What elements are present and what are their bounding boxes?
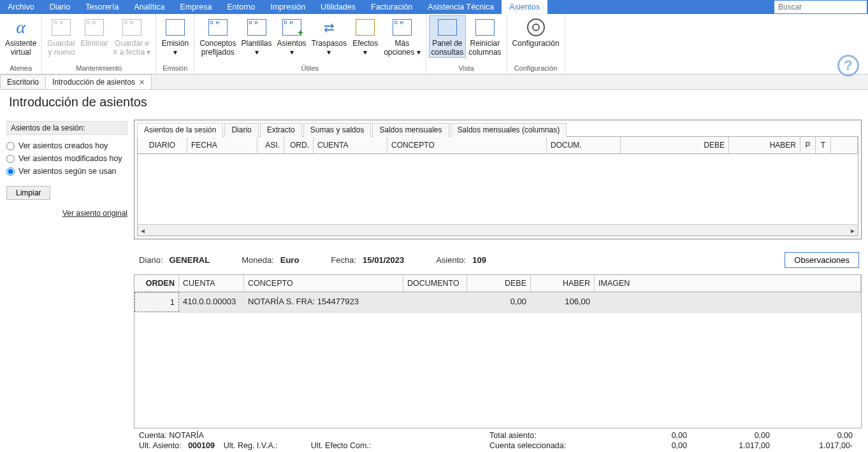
search-box — [774, 1, 867, 13]
ver-asiento-original-link[interactable]: Ver asiento original — [6, 209, 127, 218]
panel-icon — [437, 17, 458, 38]
table-row[interactable]: 1 410.0.0.00003 NOTARÍA S. FRA: 15447792… — [134, 292, 861, 313]
radio-creados-hoy[interactable]: Ver asientos creados hoy — [6, 141, 127, 150]
ribbon-btn-traspasos[interactable]: ⇄ Traspasos ▾ — [309, 15, 350, 57]
radio-modificados-hoy[interactable]: Ver asientos modificados hoy — [6, 154, 127, 163]
cell-cuenta[interactable]: 410.0.0.00003 — [179, 292, 244, 312]
limpiar-button[interactable]: Limpiar — [6, 186, 50, 200]
dh-icon: D H — [208, 17, 228, 38]
observaciones-button[interactable]: Observaciones — [785, 252, 859, 268]
val-asiento: 109 — [472, 255, 486, 265]
entry-grid-header: ORDEN CUENTA CONCEPTO DOCUMENTO DEBE HAB… — [134, 275, 861, 292]
tab-extracto[interactable]: Extracto — [260, 123, 302, 137]
ribbon-btn-panel-consultas[interactable]: Panel de consultas — [429, 15, 467, 58]
ribbon-group-label: Útiles — [197, 63, 423, 74]
menu-impresion[interactable]: Impresión — [263, 0, 313, 14]
tab-sumas-saldos[interactable]: Sumas y saldos — [303, 123, 372, 137]
menu-empresa[interactable]: Empresa — [172, 0, 219, 14]
menubar: Archivo Diario Tesorería Analítica Empre… — [0, 0, 868, 14]
ribbon-btn-configuracion[interactable]: Configuración — [510, 15, 562, 48]
ecol-documento[interactable]: DOCUMENTO — [403, 275, 467, 292]
ribbon-btn-guardar-nuevo[interactable]: D H Guardar y nuevo — [45, 15, 78, 57]
menu-facturacion[interactable]: Facturación — [363, 0, 420, 14]
ribbon-btn-reiniciar-columnas[interactable]: Reiniciar columnas — [466, 15, 503, 57]
scroll-right-icon[interactable]: ► — [848, 225, 858, 236]
col-cuenta[interactable]: CUENTA — [314, 137, 387, 153]
menu-asientos[interactable]: Asientos — [502, 0, 547, 14]
ecol-debe[interactable]: DEBE — [467, 275, 531, 292]
doc-tab-introduccion-asientos[interactable]: Introducción de asientos ✕ — [45, 74, 152, 89]
col-haber[interactable]: HABER — [729, 137, 800, 153]
cell-debe[interactable]: 0,00 — [467, 292, 531, 312]
cell-imagen[interactable] — [595, 292, 861, 312]
ribbon-btn-emision[interactable]: Emisión ▾ — [159, 15, 191, 57]
close-icon[interactable]: ✕ — [139, 78, 145, 87]
col-docum[interactable]: DOCUM. — [547, 137, 621, 153]
ribbon-btn-eliminar[interactable]: D H Eliminar — [78, 15, 110, 48]
columns-icon — [475, 17, 495, 38]
doc-icon: D H — [84, 17, 105, 38]
tab-asientos-sesion[interactable]: Asientos de la sesión — [137, 123, 223, 137]
col-asi[interactable]: ASI. — [257, 137, 284, 153]
ribbon-btn-plantillas[interactable]: D H Plantillas ▾ — [239, 15, 275, 57]
ribbon-btn-asientos[interactable]: D H+ Asientos ▾ — [275, 15, 309, 57]
col-debe[interactable]: DEBE — [621, 137, 729, 153]
ribbon-btn-mas-opciones[interactable]: D H Más opciones ▾ — [381, 15, 423, 57]
footer-val: 0,00 — [604, 431, 687, 440]
menu-entorno[interactable]: Entorno — [219, 0, 263, 14]
ribbon-btn-conceptos-prefijados[interactable]: D H Conceptos prefijados — [197, 15, 238, 57]
col-diario[interactable]: DIARIO — [138, 137, 187, 153]
session-panel: Asientos de la sesión Diario Extracto Su… — [134, 120, 862, 239]
col-t[interactable]: T — [816, 137, 831, 153]
session-grid-body[interactable] — [138, 154, 858, 224]
menu-archivo[interactable]: Archivo — [0, 0, 42, 14]
menu-diario[interactable]: Diario — [42, 0, 78, 14]
menu-asistencia[interactable]: Asistencia Técnica — [420, 0, 502, 14]
col-ord[interactable]: ORD. — [284, 137, 314, 153]
doc-tab-escritorio[interactable]: Escritorio — [0, 74, 46, 89]
doc-icon: D H — [122, 17, 142, 38]
ecol-haber[interactable]: HABER — [531, 275, 595, 292]
ecol-imagen[interactable]: IMAGEN — [595, 275, 861, 292]
ribbon-group-emision: Emisión ▾ Emisión — [156, 14, 194, 74]
ribbon-group-label: Mantenimiento — [45, 63, 153, 74]
cell-orden[interactable]: 1 — [134, 292, 179, 312]
footer-val: 1.017,00- — [770, 441, 853, 450]
search-input[interactable] — [774, 1, 867, 13]
menu-utilidades[interactable]: Utilidades — [313, 0, 363, 14]
menu-tesoreria[interactable]: Tesorería — [78, 0, 126, 14]
page-title: Introducción de asientos — [0, 90, 868, 116]
ribbon-btn-asistente-virtual[interactable]: α Asistente virtual — [3, 15, 39, 57]
lbl-moneda: Moneda: — [242, 255, 274, 265]
ecol-orden[interactable]: ORDEN — [134, 275, 179, 292]
radio-segun-usan[interactable]: Ver asientos según se usan — [6, 167, 127, 176]
footer-val: 1.017,00 — [687, 441, 770, 450]
ribbon-btn-guardar-ir-fecha[interactable]: D H Guardar e ir a fecha ▾ — [111, 15, 154, 57]
footer-ult-reg-iva-label: Ult. Reg. I.V.A.: — [224, 441, 278, 450]
ribbon-group-config: Configuración Configuración — [507, 14, 565, 74]
col-fecha[interactable]: FECHA — [187, 137, 257, 153]
gear-icon — [526, 17, 546, 38]
entry-grid-body[interactable]: 1 410.0.0.00003 NOTARÍA S. FRA: 15447792… — [134, 292, 861, 428]
ribbon-group-label: Configuración — [510, 63, 562, 74]
col-p[interactable]: P — [800, 137, 816, 153]
cell-concepto[interactable]: NOTARÍA S. FRA: 154477923 — [244, 292, 403, 312]
help-icon[interactable]: ? — [837, 55, 859, 76]
col-concepto[interactable]: CONCEPTO — [387, 137, 547, 153]
tab-saldos-mensuales[interactable]: Saldos mensuales — [372, 123, 449, 137]
tab-saldos-mensuales-col[interactable]: Saldos mensuales (columnas) — [451, 123, 567, 137]
ecol-cuenta[interactable]: CUENTA — [179, 275, 244, 292]
arrows-icon: ⇄ — [319, 17, 339, 38]
ribbon-group-mantenimiento: D H Guardar y nuevo D H Eliminar D H Gua… — [42, 14, 156, 74]
cell-haber[interactable]: 106,00 — [531, 292, 595, 312]
hscrollbar[interactable]: ◄ ► — [138, 224, 858, 236]
footer-ult-efecto-label: Ult. Efecto Com.: — [311, 441, 371, 450]
cell-documento[interactable] — [403, 292, 467, 312]
ribbon-group-utiles: D H Conceptos prefijados D H Plantillas … — [194, 14, 426, 74]
ecol-concepto[interactable]: CONCEPTO — [244, 275, 403, 292]
tab-diario[interactable]: Diario — [224, 123, 258, 137]
footer-ult-asiento-value: 000109 — [188, 441, 215, 450]
scroll-left-icon[interactable]: ◄ — [138, 225, 148, 236]
ribbon-btn-efectos[interactable]: Efectos ▾ — [349, 15, 381, 57]
menu-analitica[interactable]: Analítica — [126, 0, 172, 14]
